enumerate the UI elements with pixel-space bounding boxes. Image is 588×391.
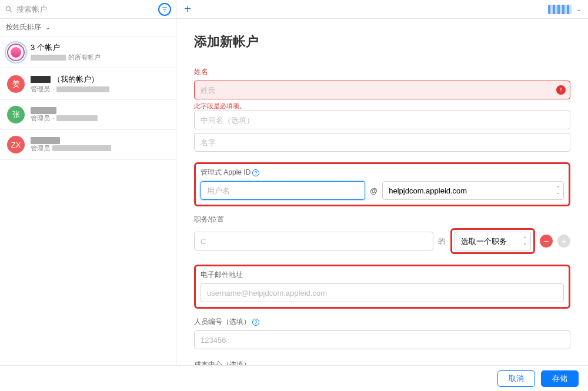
first-name-input[interactable] <box>194 133 570 152</box>
account-role: 管理员 <box>31 144 169 153</box>
apple-id-domain-select[interactable]: helpjdcom.appleid.com <box>382 181 564 200</box>
error-icon: ! <box>556 85 566 95</box>
person-id-input[interactable] <box>194 330 570 349</box>
svg-point-0 <box>6 6 10 11</box>
footer-bar: 取消 存储 <box>0 365 588 391</box>
last-name-input[interactable] <box>194 81 570 99</box>
sort-label: 按姓氏排序 ⌄ <box>6 23 50 31</box>
top-bar: 搜索帐户 + ⌄ <box>0 0 588 19</box>
account-name <box>31 107 169 114</box>
add-account-button[interactable]: + <box>176 2 193 16</box>
name-error-msg: 此字段是必填项。 <box>194 102 570 111</box>
search-icon <box>5 5 13 14</box>
name-section: 姓名 ! 此字段是必填项。 <box>194 67 570 152</box>
email-label: 电子邮件地址 <box>201 270 564 280</box>
chevron-down-icon: ⌄ <box>576 6 581 12</box>
add-role-button[interactable]: + <box>557 235 570 248</box>
search-field[interactable]: 搜索帐户 <box>5 4 156 15</box>
apple-id-label: 管理式 Apple ID? <box>201 168 564 178</box>
role-label: 职务/位置 <box>194 215 570 225</box>
avatar: 张 <box>7 106 25 123</box>
cost-center-label: 成本中心（选填） <box>194 360 570 365</box>
email-input[interactable] <box>201 283 564 302</box>
list-item[interactable]: 张 管理员 · <box>0 100 176 130</box>
account-count: 3 个帐户 <box>31 42 169 53</box>
help-icon[interactable]: ? <box>252 319 259 326</box>
account-name: （我的帐户） <box>31 74 169 85</box>
help-icon[interactable]: ? <box>252 169 259 176</box>
cancel-button[interactable]: 取消 <box>497 370 535 387</box>
account-name <box>31 137 169 144</box>
avatar: ZX <box>7 136 25 153</box>
topbar-right: ⌄ <box>193 5 588 14</box>
svg-line-1 <box>10 10 12 12</box>
main-form: 添加新帐户 姓名 ! 此字段是必填项。 管理式 Apple ID? @ help… <box>176 19 588 365</box>
role-select[interactable]: 选取一个职务 <box>455 232 531 250</box>
avatar: 姜 <box>7 75 25 93</box>
save-button[interactable]: 存储 <box>541 370 579 387</box>
user-menu[interactable] <box>548 5 572 14</box>
account-summary-sub: 的所有帐户 <box>31 53 169 62</box>
sort-dropdown[interactable]: 按姓氏排序 ⌄ <box>0 19 176 36</box>
topbar-left: 搜索帐户 <box>0 0 176 18</box>
account-summary-row[interactable]: 3 个帐户 的所有帐户 <box>0 36 176 68</box>
location-input[interactable] <box>194 232 433 250</box>
sidebar: 按姓氏排序 ⌄ 3 个帐户 的所有帐户 姜 （我的帐户） 管理员 · 张 管理员… <box>0 19 176 365</box>
apple-id-section-highlight: 管理式 Apple ID? @ helpjdcom.appleid.com <box>194 162 570 206</box>
remove-role-button[interactable]: − <box>540 235 553 248</box>
middle-name-input[interactable] <box>194 111 570 129</box>
list-item[interactable]: 姜 （我的帐户） 管理员 · <box>0 68 176 100</box>
list-item[interactable]: ZX 管理员 <box>0 130 176 160</box>
role-suffix: 的 <box>438 236 446 246</box>
account-role: 管理员 · <box>31 114 169 123</box>
role-section: 职务/位置 的 选取一个职务 − + <box>194 215 570 254</box>
search-placeholder: 搜索帐户 <box>16 4 47 15</box>
cost-center-section: 成本中心（选填） <box>194 360 570 365</box>
person-id-label: 人员编号（选填）? <box>194 317 570 327</box>
group-avatar-icon <box>7 44 25 61</box>
at-symbol: @ <box>370 186 377 195</box>
apple-id-username-input[interactable] <box>201 181 365 200</box>
name-label: 姓名 <box>194 67 570 77</box>
email-section-highlight: 电子邮件地址 <box>194 265 570 309</box>
account-role: 管理员 · <box>31 85 169 93</box>
filter-icon[interactable] <box>158 3 171 16</box>
page-title: 添加新帐户 <box>194 33 570 51</box>
person-id-section: 人员编号（选填）? <box>194 317 570 349</box>
